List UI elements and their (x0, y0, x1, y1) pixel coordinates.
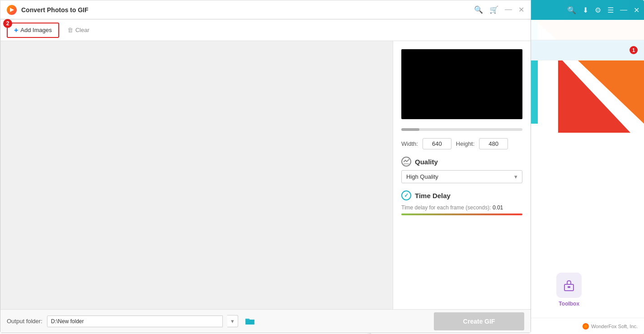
preview-scroll-thumb (401, 128, 419, 131)
bg-menu-icon[interactable]: ☰ (607, 6, 614, 14)
dialog-close-icon[interactable]: ✕ (518, 5, 524, 14)
add-images-button[interactable]: + Add Images (7, 23, 59, 38)
preview-scrollbar[interactable] (401, 128, 522, 131)
time-delay-section: ✓ Time Delay Time delay for each frame (… (401, 190, 522, 215)
bg-close-icon[interactable]: ✕ (634, 6, 639, 14)
quality-icon (401, 157, 411, 167)
bg-footer-text: WonderFox Soft, Inc. (591, 324, 638, 329)
add-images-btn-wrapper: + Add Images 2 (7, 23, 59, 38)
clear-label: Clear (75, 27, 89, 33)
bg-minimize-icon[interactable]: — (620, 6, 627, 14)
quality-section: Quality High Quality ▾ (401, 157, 522, 183)
plus-icon: + (14, 26, 18, 34)
dimensions-row: Width: Height: (401, 138, 522, 149)
preview-box (401, 49, 522, 119)
bg-search-icon[interactable]: 🔍 (567, 6, 576, 14)
quality-dropdown-arrow: ▾ (514, 173, 517, 180)
height-label: Height: (456, 140, 475, 147)
create-gif-label: Create GIF (463, 318, 495, 325)
dialog-cart-icon[interactable]: 🛒 (489, 5, 498, 14)
main-window: + Add Images 2 🗑 Clear Width: Height: (0, 19, 531, 333)
width-label: Width: (401, 140, 418, 147)
browse-folder-button[interactable] (243, 315, 257, 328)
toolbox-item[interactable]: Toolbox (556, 273, 582, 307)
dialog-title: Convert Photos to GIF (21, 6, 470, 14)
time-delay-title: ✓ Time Delay (401, 190, 522, 200)
toolbar: + Add Images 2 🗑 Clear (0, 19, 531, 41)
quality-title: Quality (401, 157, 522, 167)
step2-badge: 2 (3, 19, 12, 28)
quality-label: Quality (415, 158, 438, 166)
time-delay-slider[interactable] (401, 213, 522, 215)
dialog-search-icon[interactable]: 🔍 (474, 5, 483, 14)
content-area: Width: Height: Quality High Quality ▾ (0, 41, 531, 309)
bg-titlebar-controls: 🔍 ⬇ ⚙ ☰ — ✕ (567, 6, 639, 14)
time-delay-desc-row: Time delay for each frame (seconds): 0.0… (401, 204, 522, 211)
bg-settings-icon[interactable]: ⚙ (595, 6, 601, 14)
output-folder-input[interactable] (47, 315, 223, 327)
bottom-bar: Output folder: ▾ Create GIF (0, 309, 531, 333)
trash-icon: 🗑 (67, 27, 73, 33)
clear-button[interactable]: 🗑 Clear (61, 24, 96, 36)
bg-download-icon[interactable]: ⬇ (583, 6, 588, 14)
quality-dropdown[interactable]: High Quality ▾ (401, 170, 522, 183)
image-list-area (0, 41, 393, 309)
time-delay-description: Time delay for each frame (seconds): (401, 204, 491, 211)
quality-selected-value: High Quality (406, 173, 438, 180)
time-delay-icon: ✓ (401, 190, 411, 200)
main-app-logo: ▶ (7, 5, 17, 15)
sidebar-item-badge: 1 (630, 46, 638, 54)
dialog-titlebar-controls: 🔍 🛒 — ✕ (474, 5, 524, 14)
width-input[interactable] (423, 138, 451, 149)
add-images-label: Add Images (20, 27, 52, 33)
time-delay-slider-fill (401, 213, 522, 215)
quality-dropdown-wrapper: High Quality ▾ (401, 170, 522, 183)
svg-rect-8 (568, 286, 570, 288)
dialog-minimize-icon[interactable]: — (505, 5, 512, 14)
time-delay-label: Time Delay (415, 192, 451, 199)
toolbox-icon-box (556, 273, 582, 298)
output-folder-dropdown-button[interactable]: ▾ (227, 315, 238, 327)
create-gif-button[interactable]: Create GIF (434, 312, 524, 330)
time-delay-value: 0.01 (493, 204, 503, 211)
height-input[interactable] (479, 138, 508, 149)
output-folder-label: Output folder: (7, 318, 42, 325)
toolbox-label: Toolbox (559, 301, 579, 307)
dialog-titlebar: ▶ Convert Photos to GIF 🔍 🛒 — ✕ (0, 0, 531, 19)
right-panel: Width: Height: Quality High Quality ▾ (393, 41, 531, 309)
wonderfox-logo (583, 323, 589, 329)
